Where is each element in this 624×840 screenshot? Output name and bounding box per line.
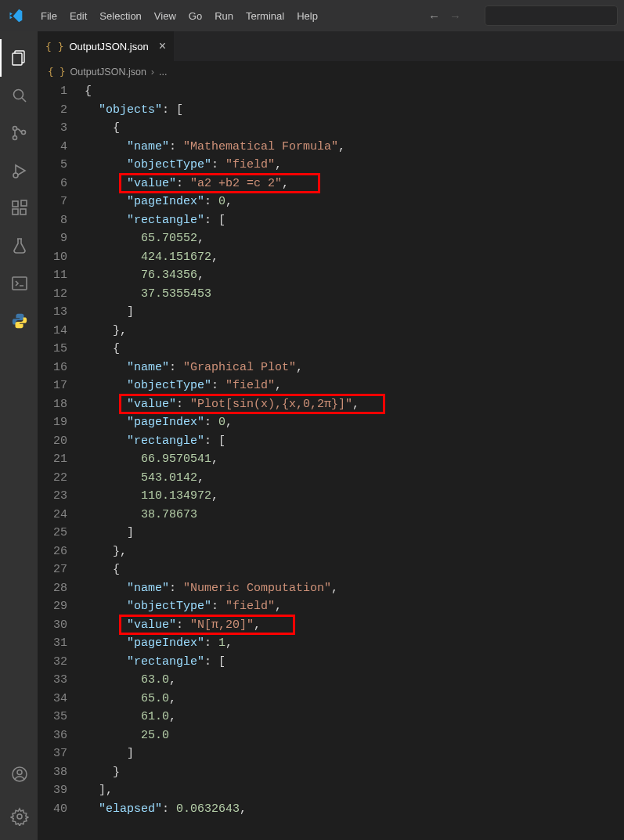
python-icon[interactable]: [0, 302, 38, 340]
svg-point-16: [17, 814, 22, 819]
code-line[interactable]: 38.78673: [85, 506, 624, 525]
code-line[interactable]: 61.0,: [85, 708, 624, 726]
code-line[interactable]: "rectangle": [: [85, 432, 624, 451]
code-line[interactable]: "name": "Mathematical Formula",: [85, 138, 624, 157]
menu-file[interactable]: File: [34, 5, 63, 27]
code-line[interactable]: 66.9570541,: [85, 450, 624, 469]
svg-point-4: [13, 127, 17, 131]
code-line[interactable]: },: [85, 322, 624, 341]
code-line[interactable]: "objectType": "field",: [85, 156, 624, 175]
code-editor[interactable]: 1234567891011121314151617181920212223242…: [38, 82, 624, 840]
testing-icon[interactable]: [0, 227, 38, 265]
code-line[interactable]: 65.0,: [85, 690, 624, 708]
svg-rect-9: [13, 201, 18, 207]
svg-rect-12: [21, 200, 27, 206]
svg-rect-10: [13, 209, 18, 215]
code-line[interactable]: ],: [85, 781, 624, 800]
code-line[interactable]: {: [85, 82, 624, 101]
accounts-icon[interactable]: [0, 755, 38, 793]
tab-filename: OutputJSON.json: [69, 41, 148, 52]
code-line[interactable]: "value": "a2 +b2 =c 2",: [85, 175, 624, 193]
code-line[interactable]: "rectangle": [: [85, 211, 624, 230]
code-line[interactable]: },: [85, 543, 624, 561]
extensions-icon[interactable]: [0, 189, 38, 227]
menu-selection[interactable]: Selection: [93, 5, 147, 27]
code-line[interactable]: "elapsed": 0.0632643,: [85, 800, 624, 819]
menu-help[interactable]: Help: [290, 5, 324, 27]
code-line[interactable]: {: [85, 561, 624, 579]
code-line[interactable]: "objectType": "field",: [85, 597, 624, 616]
nav-forward-icon[interactable]: →: [449, 9, 461, 23]
code-line[interactable]: {: [85, 340, 624, 359]
code-line[interactable]: {: [85, 119, 624, 138]
breadcrumb-tail: ...: [159, 67, 167, 78]
code-line[interactable]: 37.5355453: [85, 285, 624, 304]
svg-point-6: [22, 131, 26, 135]
svg-rect-13: [13, 277, 27, 290]
code-line[interactable]: "value": "N[π,20]",: [85, 616, 624, 635]
svg-line-3: [22, 98, 26, 102]
code-line[interactable]: 543.0142,: [85, 469, 624, 488]
code-line[interactable]: 76.34356,: [85, 266, 624, 285]
menu-run[interactable]: Run: [208, 5, 240, 27]
terminal-panel-icon[interactable]: [0, 265, 38, 302]
code-line[interactable]: 424.151672,: [85, 248, 624, 267]
menu-view[interactable]: View: [148, 5, 182, 27]
title-bar: FileEditSelectionViewGoRunTerminalHelp ←…: [0, 0, 624, 31]
code-line[interactable]: "pageIndex": 0,: [85, 413, 624, 432]
code-line[interactable]: }: [85, 763, 624, 782]
code-line[interactable]: ]: [85, 303, 624, 322]
code-line[interactable]: "rectangle": [: [85, 653, 624, 672]
source-control-icon[interactable]: [0, 114, 38, 152]
code-line[interactable]: "name": "Graphical Plot",: [85, 359, 624, 377]
code-line[interactable]: 63.0,: [85, 671, 624, 690]
svg-rect-1: [13, 53, 22, 65]
command-center-search[interactable]: [485, 5, 618, 26]
code-line[interactable]: "value": "Plot[sin(x),{x,0,2π}]",: [85, 395, 624, 414]
editor-tabs: { } OutputJSON.json ×: [38, 31, 624, 61]
json-file-icon: { }: [45, 41, 63, 52]
json-file-icon: { }: [48, 66, 66, 78]
code-line[interactable]: 25.0: [85, 726, 624, 745]
search-icon[interactable]: [0, 77, 38, 114]
explorer-icon[interactable]: [0, 39, 38, 77]
code-line[interactable]: "pageIndex": 1,: [85, 634, 624, 653]
breadcrumb-sep-icon: ›: [151, 67, 154, 78]
menu-terminal[interactable]: Terminal: [240, 5, 290, 27]
svg-point-2: [14, 90, 23, 99]
svg-point-15: [17, 770, 22, 775]
breadcrumb-filename: OutputJSON.json: [70, 67, 146, 78]
code-line[interactable]: ]: [85, 744, 624, 763]
code-line[interactable]: 110.134972,: [85, 487, 624, 506]
breadcrumb[interactable]: { } OutputJSON.json › ...: [38, 61, 624, 82]
code-line[interactable]: "pageIndex": 0,: [85, 193, 624, 211]
close-tab-icon[interactable]: ×: [159, 39, 166, 53]
menu-edit[interactable]: Edit: [63, 5, 93, 27]
code-line[interactable]: 65.70552,: [85, 229, 624, 248]
svg-rect-11: [20, 209, 26, 215]
activity-bar: [0, 31, 38, 840]
settings-gear-icon[interactable]: [0, 798, 38, 835]
menu-go[interactable]: Go: [182, 5, 208, 27]
code-line[interactable]: "name": "Numeric Computation",: [85, 579, 624, 598]
tab-outputjson[interactable]: { } OutputJSON.json ×: [38, 31, 175, 61]
code-line[interactable]: ]: [85, 524, 624, 543]
code-line[interactable]: "objectType": "field",: [85, 377, 624, 395]
nav-back-icon[interactable]: ←: [428, 9, 440, 23]
code-content[interactable]: { "objects": [ { "name": "Mathematical F…: [85, 82, 624, 840]
svg-point-8: [13, 173, 18, 178]
run-debug-icon[interactable]: [0, 152, 38, 189]
svg-point-5: [13, 136, 17, 140]
code-line[interactable]: "objects": [: [85, 101, 624, 120]
vscode-logo-icon: [6, 6, 25, 25]
line-number-gutter: 1234567891011121314151617181920212223242…: [38, 82, 85, 840]
